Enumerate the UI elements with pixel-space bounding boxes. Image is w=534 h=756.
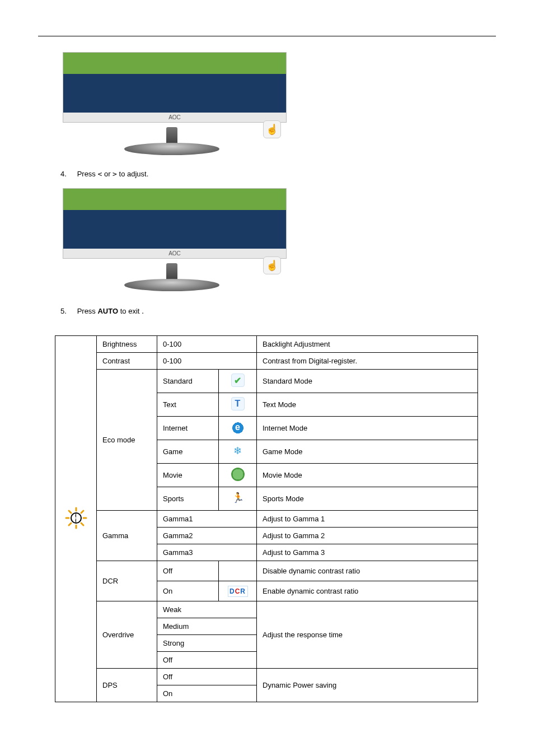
internet-mode-icon	[231, 421, 245, 434]
dcr-icon-cell	[219, 561, 257, 581]
setting-name: DCR	[97, 561, 157, 601]
lt-symbol: <	[97, 170, 102, 178]
setting-desc: Contrast from Digital-register.	[257, 353, 478, 370]
mode-desc: Internet Mode	[257, 417, 478, 440]
mode-icon-cell	[219, 393, 257, 417]
movie-mode-icon	[231, 468, 245, 481]
monitor-screen-image	[63, 52, 287, 114]
svg-line-6	[81, 523, 83, 525]
setting-name: Brightness	[97, 336, 157, 353]
step-5-auto: AUTO	[97, 307, 118, 315]
table-row: Brightness 0-100 Backlight Adjustment	[55, 336, 478, 353]
step-4: 4. Press < or > to adjust.	[60, 170, 496, 178]
gamma-option: Gamma2	[157, 528, 257, 544]
dps-desc: Dynamic Power saving	[257, 669, 478, 702]
mode-icon-cell	[219, 487, 257, 511]
mode-desc: Game Mode	[257, 440, 478, 464]
gamma-option: Gamma3	[157, 544, 257, 561]
mode-icon-cell	[219, 370, 257, 393]
setting-range: 0-100	[157, 336, 257, 353]
osd-screenshot-2: AOC ☝	[63, 188, 287, 295]
table-row: DCR Off Disable dynamic contrast ratio	[55, 561, 478, 581]
svg-line-5	[69, 511, 71, 513]
dps-option: On	[157, 685, 257, 702]
gamma-option: Gamma1	[157, 511, 257, 528]
step-5-text-a: Press	[77, 307, 98, 315]
svg-line-8	[69, 523, 71, 525]
monitor-screen-image	[63, 188, 287, 250]
luminance-settings-table: Brightness 0-100 Backlight Adjustment Co…	[55, 335, 478, 702]
setting-name: Gamma	[97, 511, 157, 561]
dcr-desc: Disable dynamic contrast ratio	[257, 561, 478, 581]
svg-line-7	[81, 511, 83, 513]
table-row: Eco mode Standard Standard Mode	[55, 370, 478, 393]
overdrive-option: Strong	[157, 635, 257, 652]
dcr-option: Off	[157, 561, 219, 581]
mode-icon-cell	[219, 440, 257, 464]
table-row: Contrast 0-100 Contrast from Digital-reg…	[55, 353, 478, 370]
mode-option: Sports	[157, 487, 219, 511]
setting-range: 0-100	[157, 353, 257, 370]
osd-screenshot-1: AOC ☝	[63, 52, 287, 158]
monitor-stand	[124, 127, 219, 158]
osd-bar-label: AOC	[63, 113, 287, 123]
osd-bar-label: AOC	[63, 249, 287, 259]
gt-symbol: >	[113, 170, 117, 178]
mode-icon-cell	[219, 464, 257, 487]
step-5-text-b: to exit	[120, 307, 140, 315]
setting-desc: Backlight Adjustment	[257, 336, 478, 353]
mode-desc: Movie Mode	[257, 464, 478, 487]
dcr-icon: DCR	[228, 586, 248, 597]
table-row: Gamma Gamma1 Adjust to Gamma 1	[55, 511, 478, 528]
setting-name: DPS	[97, 669, 157, 702]
gamma-desc: Adjust to Gamma 2	[257, 528, 478, 544]
gamma-desc: Adjust to Gamma 1	[257, 511, 478, 528]
mode-option: Game	[157, 440, 219, 464]
step-4-text-a: Press	[77, 170, 98, 178]
brightness-sun-icon	[65, 507, 87, 529]
step-4-number: 4.	[60, 170, 75, 178]
hand-cursor-icon: ☝	[263, 256, 281, 274]
gamma-desc: Adjust to Gamma 3	[257, 544, 478, 561]
overdrive-desc: Adjust the response time	[257, 601, 478, 669]
setting-name: Eco mode	[97, 370, 157, 511]
top-rule	[38, 36, 496, 36]
standard-mode-icon	[231, 374, 245, 387]
overdrive-option: Off	[157, 652, 257, 669]
mode-option: Standard	[157, 370, 219, 393]
mode-option: Internet	[157, 417, 219, 440]
dcr-desc: Enable dynamic contrast ratio	[257, 581, 478, 601]
table-row: Overdrive Weak Adjust the response time	[55, 601, 478, 618]
monitor-stand	[124, 263, 219, 295]
step-5: 5. Press AUTO to exit .	[60, 306, 496, 315]
overdrive-option: Medium	[157, 618, 257, 635]
text-mode-icon	[231, 397, 245, 410]
dcr-icon-cell: DCR	[219, 581, 257, 601]
mode-desc: Text Mode	[257, 393, 478, 417]
mode-option: Movie	[157, 464, 219, 487]
step-5-number: 5.	[60, 307, 75, 315]
setting-name: Contrast	[97, 353, 157, 370]
mode-icon-cell	[219, 417, 257, 440]
mode-option: Text	[157, 393, 219, 417]
step-4-text-c: to adjust.	[119, 170, 149, 178]
dps-option: Off	[157, 669, 257, 685]
dcr-option: On	[157, 581, 219, 601]
table-row: DPS Off Dynamic Power saving	[55, 669, 478, 685]
step-4-text-b: or	[104, 170, 113, 178]
hand-cursor-icon: ☝	[263, 120, 281, 138]
overdrive-option: Weak	[157, 601, 257, 618]
luminance-icon-cell	[55, 336, 97, 702]
setting-name: Overdrive	[97, 601, 157, 669]
mode-desc: Sports Mode	[257, 487, 478, 511]
step-5-dot: .	[142, 306, 144, 315]
sports-mode-icon	[231, 491, 245, 505]
game-mode-icon	[231, 444, 245, 458]
mode-desc: Standard Mode	[257, 370, 478, 393]
